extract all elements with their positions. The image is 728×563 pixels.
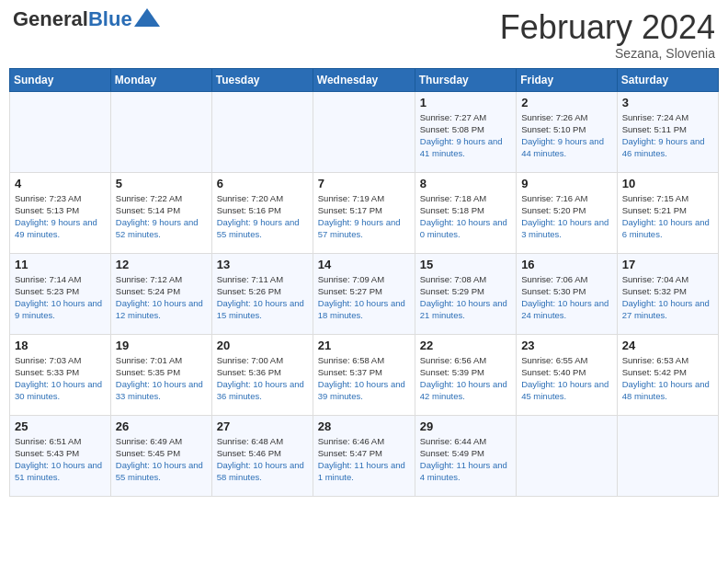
day-info: Sunrise: 6:44 AMSunset: 5:49 PMDaylight:… xyxy=(420,435,511,484)
day-number: 2 xyxy=(521,96,612,109)
calendar-cell xyxy=(10,91,111,172)
day-number: 12 xyxy=(116,258,207,271)
calendar-week-row: 18Sunrise: 7:03 AMSunset: 5:33 PMDayligh… xyxy=(10,334,719,415)
day-number: 15 xyxy=(420,258,511,271)
calendar-cell: 14Sunrise: 7:09 AMSunset: 5:27 PMDayligh… xyxy=(313,253,415,334)
day-info: Sunrise: 7:08 AMSunset: 5:29 PMDaylight:… xyxy=(420,273,511,322)
day-number: 27 xyxy=(217,419,308,433)
calendar-cell: 23Sunrise: 6:55 AMSunset: 5:40 PMDayligh… xyxy=(517,334,618,415)
day-info: Sunrise: 7:12 AMSunset: 5:24 PMDaylight:… xyxy=(116,273,207,322)
calendar-cell: 7Sunrise: 7:19 AMSunset: 5:17 PMDaylight… xyxy=(313,172,415,253)
day-number: 5 xyxy=(116,177,207,190)
day-number: 3 xyxy=(622,96,713,109)
day-info: Sunrise: 7:14 AMSunset: 5:23 PMDaylight:… xyxy=(15,273,106,322)
day-number: 1 xyxy=(420,96,511,109)
day-number: 18 xyxy=(15,339,106,352)
calendar-cell: 5Sunrise: 7:22 AMSunset: 5:14 PMDaylight… xyxy=(110,172,211,253)
day-number: 13 xyxy=(217,258,308,271)
weekday-header: Saturday xyxy=(617,68,718,91)
calendar-cell: 28Sunrise: 6:46 AMSunset: 5:47 PMDayligh… xyxy=(313,415,415,496)
calendar-cell: 3Sunrise: 7:24 AMSunset: 5:11 PMDaylight… xyxy=(617,91,718,172)
weekday-header-row: SundayMondayTuesdayWednesdayThursdayFrid… xyxy=(10,68,719,91)
day-info: Sunrise: 7:11 AMSunset: 5:26 PMDaylight:… xyxy=(217,273,308,322)
svg-marker-0 xyxy=(134,8,160,27)
calendar-cell xyxy=(517,415,618,496)
day-info: Sunrise: 7:22 AMSunset: 5:14 PMDaylight:… xyxy=(116,192,207,241)
day-number: 16 xyxy=(521,258,612,271)
day-info: Sunrise: 7:16 AMSunset: 5:20 PMDaylight:… xyxy=(521,192,612,241)
logo: GeneralBlue xyxy=(13,9,160,29)
calendar-week-row: 1Sunrise: 7:27 AMSunset: 5:08 PMDaylight… xyxy=(10,91,719,172)
day-number: 22 xyxy=(420,339,511,352)
logo-icon xyxy=(134,8,160,27)
calendar-cell: 26Sunrise: 6:49 AMSunset: 5:45 PMDayligh… xyxy=(110,415,211,496)
day-number: 10 xyxy=(622,177,713,190)
day-info: Sunrise: 7:27 AMSunset: 5:08 PMDaylight:… xyxy=(420,111,511,160)
day-info: Sunrise: 7:00 AMSunset: 5:36 PMDaylight:… xyxy=(217,354,308,403)
day-number: 25 xyxy=(15,419,106,433)
day-number: 26 xyxy=(116,419,207,433)
weekday-header: Sunday xyxy=(10,68,111,91)
logo-text: GeneralBlue xyxy=(13,9,132,29)
calendar-cell: 25Sunrise: 6:51 AMSunset: 5:43 PMDayligh… xyxy=(10,415,111,496)
calendar-cell: 22Sunrise: 6:56 AMSunset: 5:39 PMDayligh… xyxy=(415,334,516,415)
day-info: Sunrise: 7:01 AMSunset: 5:35 PMDaylight:… xyxy=(116,354,207,403)
calendar-week-row: 25Sunrise: 6:51 AMSunset: 5:43 PMDayligh… xyxy=(10,415,719,496)
day-info: Sunrise: 7:09 AMSunset: 5:27 PMDaylight:… xyxy=(318,273,410,322)
day-info: Sunrise: 7:24 AMSunset: 5:11 PMDaylight:… xyxy=(622,111,713,160)
day-info: Sunrise: 7:03 AMSunset: 5:33 PMDaylight:… xyxy=(15,354,106,403)
day-number: 21 xyxy=(318,339,410,352)
calendar-cell: 2Sunrise: 7:26 AMSunset: 5:10 PMDaylight… xyxy=(517,91,618,172)
page-header: GeneralBlue February 2024 Sezana, Sloven… xyxy=(9,9,719,61)
calendar-cell: 27Sunrise: 6:48 AMSunset: 5:46 PMDayligh… xyxy=(211,415,313,496)
calendar-cell: 9Sunrise: 7:16 AMSunset: 5:20 PMDaylight… xyxy=(517,172,618,253)
day-number: 23 xyxy=(521,339,612,352)
calendar-cell: 4Sunrise: 7:23 AMSunset: 5:13 PMDaylight… xyxy=(10,172,111,253)
calendar-cell: 19Sunrise: 7:01 AMSunset: 5:35 PMDayligh… xyxy=(110,334,211,415)
day-number: 11 xyxy=(15,258,106,271)
calendar-cell: 8Sunrise: 7:18 AMSunset: 5:18 PMDaylight… xyxy=(415,172,516,253)
day-info: Sunrise: 7:20 AMSunset: 5:16 PMDaylight:… xyxy=(217,192,308,241)
day-info: Sunrise: 7:04 AMSunset: 5:32 PMDaylight:… xyxy=(622,273,713,322)
day-info: Sunrise: 7:15 AMSunset: 5:21 PMDaylight:… xyxy=(622,192,713,241)
day-number: 7 xyxy=(318,177,410,190)
weekday-header: Friday xyxy=(517,68,618,91)
calendar-cell: 29Sunrise: 6:44 AMSunset: 5:49 PMDayligh… xyxy=(415,415,516,496)
calendar-cell xyxy=(110,91,211,172)
weekday-header: Tuesday xyxy=(211,68,313,91)
calendar-cell: 6Sunrise: 7:20 AMSunset: 5:16 PMDaylight… xyxy=(211,172,313,253)
day-info: Sunrise: 6:51 AMSunset: 5:43 PMDaylight:… xyxy=(15,435,106,484)
weekday-header: Monday xyxy=(110,68,211,91)
day-number: 29 xyxy=(420,419,511,433)
day-info: Sunrise: 7:19 AMSunset: 5:17 PMDaylight:… xyxy=(318,192,410,241)
day-number: 9 xyxy=(521,177,612,190)
calendar-cell: 21Sunrise: 6:58 AMSunset: 5:37 PMDayligh… xyxy=(313,334,415,415)
calendar-cell xyxy=(211,91,313,172)
day-info: Sunrise: 6:53 AMSunset: 5:42 PMDaylight:… xyxy=(622,354,713,403)
calendar-cell: 11Sunrise: 7:14 AMSunset: 5:23 PMDayligh… xyxy=(10,253,111,334)
calendar-cell: 15Sunrise: 7:08 AMSunset: 5:29 PMDayligh… xyxy=(415,253,516,334)
calendar-cell: 10Sunrise: 7:15 AMSunset: 5:21 PMDayligh… xyxy=(617,172,718,253)
day-info: Sunrise: 7:06 AMSunset: 5:30 PMDaylight:… xyxy=(521,273,612,322)
day-info: Sunrise: 6:48 AMSunset: 5:46 PMDaylight:… xyxy=(217,435,308,484)
day-info: Sunrise: 7:26 AMSunset: 5:10 PMDaylight:… xyxy=(521,111,612,160)
day-number: 24 xyxy=(622,339,713,352)
day-number: 20 xyxy=(217,339,308,352)
month-title: February 2024 xyxy=(500,9,715,46)
day-number: 28 xyxy=(318,419,410,433)
day-number: 17 xyxy=(622,258,713,271)
day-info: Sunrise: 6:49 AMSunset: 5:45 PMDaylight:… xyxy=(116,435,207,484)
calendar-table: SundayMondayTuesdayWednesdayThursdayFrid… xyxy=(9,68,719,497)
calendar-cell: 24Sunrise: 6:53 AMSunset: 5:42 PMDayligh… xyxy=(617,334,718,415)
day-number: 8 xyxy=(420,177,511,190)
day-info: Sunrise: 7:23 AMSunset: 5:13 PMDaylight:… xyxy=(15,192,106,241)
day-info: Sunrise: 7:18 AMSunset: 5:18 PMDaylight:… xyxy=(420,192,511,241)
calendar-week-row: 11Sunrise: 7:14 AMSunset: 5:23 PMDayligh… xyxy=(10,253,719,334)
calendar-cell xyxy=(617,415,718,496)
day-info: Sunrise: 6:56 AMSunset: 5:39 PMDaylight:… xyxy=(420,354,511,403)
calendar-cell: 12Sunrise: 7:12 AMSunset: 5:24 PMDayligh… xyxy=(110,253,211,334)
calendar-cell: 1Sunrise: 7:27 AMSunset: 5:08 PMDaylight… xyxy=(415,91,516,172)
day-info: Sunrise: 6:58 AMSunset: 5:37 PMDaylight:… xyxy=(318,354,410,403)
day-number: 19 xyxy=(116,339,207,352)
day-number: 4 xyxy=(15,177,106,190)
